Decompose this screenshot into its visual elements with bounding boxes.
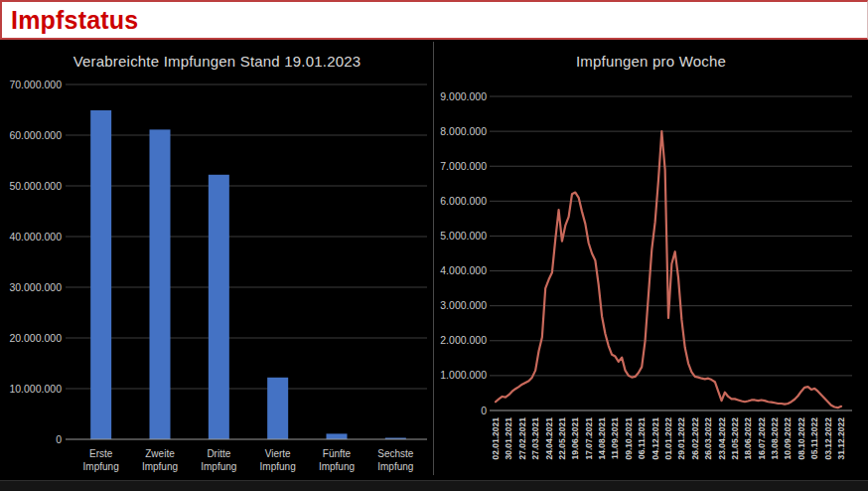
x-tick-label: 19.06.2021: [570, 417, 580, 460]
y-tick-label: 1.000.000: [440, 369, 487, 381]
bar-chart: 010.000.00020.000.00030.000.00040.000.00…: [0, 40, 434, 481]
x-tick-label: 31.12.2022: [836, 417, 846, 460]
bar-chart-panel: Verabreichte Impfungen Stand 19.01.2023 …: [0, 40, 434, 481]
bar: [327, 433, 348, 439]
x-tick-label: 30.01.2021: [504, 417, 513, 460]
x-tick-label: 03.12.2022: [823, 417, 833, 460]
x-category-label: ErsteImpfung: [83, 448, 119, 472]
x-tick-label: 10.09.2022: [783, 417, 793, 460]
x-tick-label: 26.02.2022: [690, 417, 700, 460]
x-tick-label: 27.02.2021: [517, 417, 527, 460]
x-tick-label: 22.05.2021: [557, 417, 567, 460]
x-category-label: DritteImpfung: [201, 448, 236, 472]
x-category-label: SechsteImpfung: [377, 448, 414, 472]
x-tick-label: 11.09.2021: [610, 417, 620, 459]
x-tick-label: 23.04.2022: [717, 417, 727, 460]
y-tick-label: 40.000.000: [9, 231, 62, 243]
x-tick-label: 08.10.2022: [796, 417, 806, 460]
x-tick-label: 02.01.2021: [491, 417, 501, 460]
x-tick-label: 26.03.2022: [703, 417, 713, 460]
bar: [209, 175, 229, 439]
y-tick-label: 20.000.000: [9, 332, 62, 344]
bottom-strip: [0, 480, 868, 491]
x-tick-label: 29.01.2022: [676, 417, 686, 460]
line-chart-panel: Impfungen pro Woche 01.000.0002.000.0003…: [434, 40, 868, 481]
y-tick-label: 5.000.000: [440, 230, 487, 242]
y-tick-label: 7.000.000: [440, 160, 487, 172]
x-tick-label: 01.01.2022: [663, 417, 673, 460]
y-tick-label: 0: [56, 433, 62, 445]
charts-area: Verabreichte Impfungen Stand 19.01.2023 …: [0, 40, 868, 481]
page-title: Impfstatus: [11, 6, 138, 35]
x-tick-label: 14.08.2021: [597, 417, 607, 460]
x-category-label: ZweiteImpfung: [142, 448, 178, 472]
y-tick-label: 30.000.000: [9, 281, 62, 293]
x-tick-label: 16.07.2022: [757, 417, 767, 460]
x-tick-label: 24.04.2021: [544, 417, 554, 460]
bar: [267, 378, 288, 439]
y-tick-label: 2.000.000: [440, 334, 487, 346]
bar: [150, 129, 171, 439]
y-tick-label: 4.000.000: [440, 264, 487, 276]
x-tick-label: 27.03.2021: [530, 417, 540, 460]
y-tick-label: 6.000.000: [440, 195, 487, 207]
y-tick-label: 50.000.000: [9, 180, 62, 192]
slide-header: Impfstatus: [0, 0, 868, 40]
y-tick-label: 9.000.000: [440, 90, 487, 102]
x-tick-label: 04.12.2021: [651, 417, 660, 460]
x-tick-label: 09.10.2021: [624, 417, 634, 460]
x-tick-label: 13.08.2022: [770, 417, 780, 460]
y-tick-label: 10.000.000: [9, 383, 62, 395]
y-tick-label: 8.000.000: [440, 125, 487, 137]
line-chart: 01.000.0002.000.0003.000.0004.000.0005.0…: [434, 40, 868, 481]
x-category-label: VierteImpfung: [260, 448, 296, 472]
x-tick-label: 21.05.2022: [730, 417, 740, 460]
y-tick-label: 60.000.000: [9, 129, 62, 141]
y-tick-label: 3.000.000: [440, 299, 487, 311]
x-category-label: FünfteImpfung: [319, 448, 355, 472]
x-tick-label: 06.11.2021: [637, 417, 647, 459]
x-tick-label: 17.07.2021: [584, 417, 594, 460]
x-tick-label: 05.11.2022: [809, 417, 819, 459]
impfstatus-dashboard: Impfstatus Verabreichte Impfungen Stand …: [0, 0, 868, 491]
bar: [90, 110, 111, 439]
y-tick-label: 70.000.000: [9, 79, 62, 90]
series-line: [496, 131, 841, 408]
x-tick-label: 18.06.2022: [743, 417, 753, 460]
y-tick-label: 0: [481, 405, 487, 416]
